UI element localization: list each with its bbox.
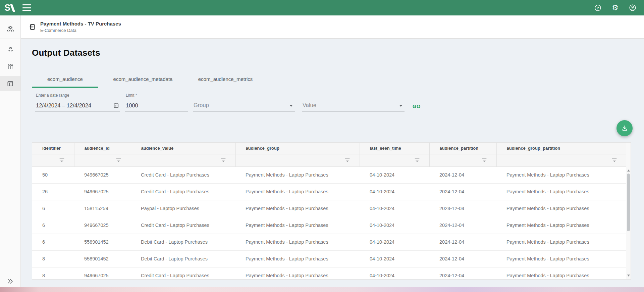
table-filter-row	[32, 154, 627, 166]
table-vertical-scrollbar[interactable]	[626, 143, 631, 279]
column-filter-button[interactable]	[611, 156, 618, 164]
table-cell: Payment Methods - Laptop Purchases	[235, 234, 360, 250]
column-header[interactable]: audience_partition	[429, 143, 496, 154]
group-select[interactable]: Group	[193, 92, 295, 111]
table-cell: 158115259	[74, 200, 131, 217]
calendar-icon[interactable]	[113, 102, 119, 109]
table-cell: Payment Methods - Laptop Purchases	[235, 217, 360, 234]
back-icon[interactable]	[28, 22, 38, 32]
table-cell: 6	[32, 200, 74, 217]
table-cell: Payment Methods - Laptop Purchases	[235, 166, 360, 183]
tab-ecom-audience-metadata[interactable]: ecom_audience_metadata	[98, 71, 187, 87]
table-cell: Payment Methods - Laptop Purchases	[235, 250, 360, 267]
table-row[interactable]: 6158115259Paypal - Laptop PurchasesPayme…	[32, 200, 627, 217]
table-row[interactable]: 8558901452Debit Card - Laptop PurchasesP…	[32, 250, 627, 267]
value-select[interactable]: Value	[302, 92, 405, 111]
tabs-divider	[32, 88, 634, 88]
tab-ecom-audience-metrics[interactable]: ecom_audience_metrics	[187, 71, 263, 87]
table-row[interactable]: 50949667025Credit Card - Laptop Purchase…	[32, 166, 627, 183]
table-cell: 949667025	[74, 166, 131, 183]
date-range-value[interactable]: 12/4/2024 – 12/4/2024	[36, 102, 91, 109]
column-filter-button[interactable]	[115, 156, 122, 164]
table-cell: 949667025	[74, 217, 131, 234]
column-header[interactable]: audience_id	[74, 143, 131, 154]
limit-value[interactable]: 1000	[126, 102, 138, 109]
logo-slash-mark	[10, 4, 15, 12]
table-cell: 2024-12-04	[429, 217, 496, 234]
sidebar-item-datasets[interactable]	[0, 76, 20, 91]
table-cell: 04-10-2024	[360, 267, 429, 280]
main-content: Output Datasets ecom_audience ecom_audie…	[21, 39, 644, 292]
table-cell: 04-10-2024	[360, 166, 429, 183]
table-cell: 2024-12-04	[429, 234, 496, 250]
exit-back-icon	[28, 22, 37, 32]
column-filter-button[interactable]	[481, 156, 488, 164]
table-cell: Payment Methods - Laptop Purchases	[235, 200, 360, 217]
table-row[interactable]: 6558901452Debit Card - Laptop PurchasesP…	[32, 234, 627, 250]
filter-icon	[59, 157, 65, 163]
chevron-down-icon	[289, 105, 293, 107]
table-row[interactable]: 26949667025Credit Card - Laptop Purchase…	[32, 183, 627, 200]
table-cell: 04-10-2024	[360, 250, 429, 267]
svg-text:?: ?	[597, 6, 599, 10]
filter-icon	[220, 157, 226, 163]
limit-field[interactable]: Limit * 1000	[125, 92, 188, 111]
page-title: Output Datasets	[32, 48, 100, 58]
table-cell: 558901452	[74, 250, 131, 267]
tab-ecom-audience[interactable]: ecom_audience	[32, 71, 98, 87]
column-header[interactable]: identifier	[32, 143, 74, 154]
sidebar-item-settings[interactable]	[0, 59, 20, 74]
column-filter-button[interactable]	[414, 156, 421, 164]
scrollbar-thumb[interactable]	[627, 174, 630, 231]
hamburger-menu-icon[interactable]	[22, 4, 31, 11]
value-placeholder: Value	[303, 102, 316, 108]
table-cell: Payment Methods - Laptop Purchases	[496, 183, 627, 200]
table-cell: 2024-12-04	[429, 200, 496, 217]
table-row[interactable]: 8949667025Credit Card - Laptop Purchases…	[32, 267, 627, 280]
table-cell: 2024-12-04	[429, 166, 496, 183]
sidebar-item-segments[interactable]	[0, 42, 20, 57]
column-header[interactable]: audience_value	[131, 143, 235, 154]
date-range-field[interactable]: Enter a date range 12/4/2024 – 12/4/2024	[35, 92, 120, 111]
download-fab[interactable]	[616, 120, 633, 136]
output-dataset-table: identifier audience_id audience_value au…	[32, 142, 631, 280]
page-header: Payment Methods - TV Purchases E-Commerc…	[21, 15, 644, 39]
table-cell: 04-10-2024	[360, 217, 429, 234]
table-cell: Payment Methods - Laptop Purchases	[496, 267, 627, 280]
table-cell: Debit Card - Laptop Purchases	[131, 250, 235, 267]
audience-subtitle: E-Commerce Data	[40, 28, 121, 34]
column-filter-button[interactable]	[220, 156, 227, 164]
sidebar-divider	[0, 39, 20, 39]
column-filter-button[interactable]	[58, 156, 65, 164]
column-header[interactable]: audience_group	[235, 143, 360, 154]
filter-icon	[481, 157, 487, 163]
table-cell: Credit Card - Laptop Purchases	[131, 267, 235, 280]
table-cell: 8	[32, 267, 74, 280]
table-cell: Payment Methods - Laptop Purchases	[235, 183, 360, 200]
table-cell: 8	[32, 250, 74, 267]
table-row[interactable]: 6949667025Credit Card - Laptop Purchases…	[32, 217, 627, 234]
sidebar-item-audiences[interactable]	[0, 22, 20, 37]
table-cell: Payment Methods - Laptop Purchases	[496, 166, 627, 183]
table-cell: 949667025	[74, 267, 131, 280]
column-filter-button[interactable]	[344, 156, 351, 164]
scroll-down-arrow-icon[interactable]	[627, 275, 630, 277]
expand-sidebar-button[interactable]	[3, 276, 17, 287]
column-header[interactable]: audience_group_partition	[496, 143, 627, 154]
go-button[interactable]: GO	[413, 102, 436, 111]
limit-label: Limit *	[126, 93, 137, 98]
groups-icon	[5, 25, 15, 35]
table-cell: 558901452	[74, 234, 131, 250]
filter-icon	[611, 157, 617, 163]
date-range-label: Enter a date range	[36, 93, 69, 98]
table-cell: Payment Methods - Laptop Purchases	[496, 217, 627, 234]
column-header[interactable]: last_seen_time	[360, 143, 429, 154]
account-icon[interactable]	[629, 4, 637, 12]
scroll-up-arrow-icon[interactable]	[627, 169, 630, 172]
gear-icon[interactable]: ⚙	[611, 4, 619, 12]
table-cell: Payment Methods - Laptop Purchases	[496, 250, 627, 267]
top-app-bar: S ? ⚙	[0, 0, 644, 15]
help-icon[interactable]: ?	[594, 4, 602, 12]
topbar-actions: ? ⚙	[594, 4, 637, 12]
audience-title: Payment Methods - TV Purchases	[40, 20, 121, 28]
